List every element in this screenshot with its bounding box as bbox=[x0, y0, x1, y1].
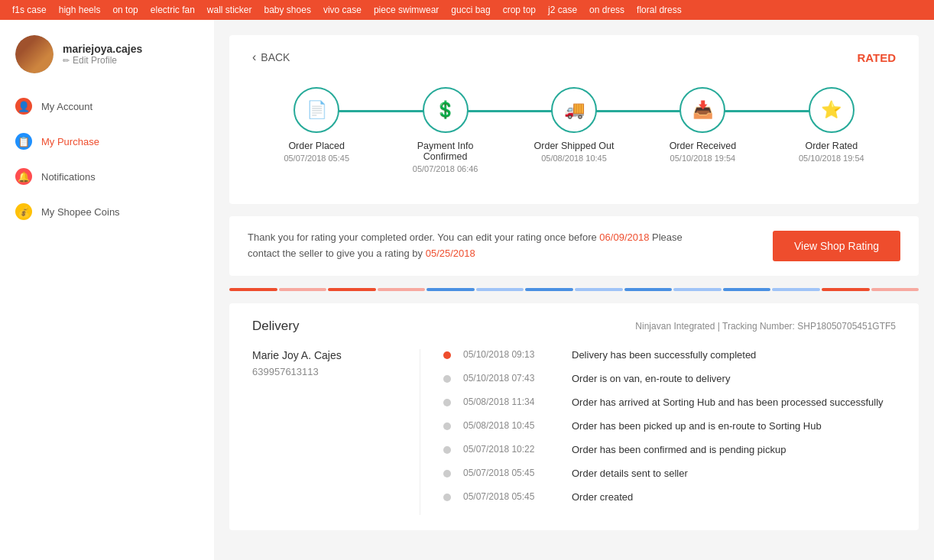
timeline-time-6: 05/07/2018 05:45 bbox=[463, 491, 563, 503]
back-arrow-icon: ‹ bbox=[252, 50, 256, 64]
color-tab-7 bbox=[575, 288, 623, 291]
step-label-order-shipped: Order Shipped Out bbox=[534, 141, 615, 151]
timeline-item-1: 05/10/2018 07:43Order is on van, en-rout… bbox=[443, 373, 896, 384]
step-label-order-placed: Order Placed bbox=[288, 141, 345, 151]
step-icon-order-shipped: 🚚 bbox=[551, 87, 597, 133]
color-tab-8 bbox=[624, 288, 673, 291]
view-shop-rating-button[interactable]: View Shop Rating bbox=[773, 231, 900, 261]
pencil-icon: ✏ bbox=[63, 56, 70, 66]
color-tab-6 bbox=[525, 288, 573, 291]
sidebar-item-my-account[interactable]: 👤My Account bbox=[0, 89, 214, 124]
topbar-item[interactable]: vivo case bbox=[323, 5, 362, 15]
color-tab-9 bbox=[673, 288, 722, 291]
step-date-payment-confirmed: 05/07/2018 06:46 bbox=[413, 164, 478, 173]
color-tab-2 bbox=[328, 288, 376, 291]
timeline-meta-4: 05/07/2018 10:22Order has been confirmed… bbox=[463, 444, 786, 455]
sidebar: mariejoya.cajes ✏ Edit Profile 👤My Accou… bbox=[0, 20, 214, 560]
timeline-dot-2 bbox=[443, 399, 451, 406]
topbar-item[interactable]: wall sticker bbox=[207, 5, 252, 15]
rating-date1: 06/09/2018 bbox=[599, 231, 649, 243]
rating-notice: Thank you for rating your completed orde… bbox=[229, 216, 919, 276]
timeline-time-0: 05/10/2018 09:13 bbox=[463, 349, 563, 361]
step-icon-order-rated: ⭐ bbox=[809, 87, 855, 133]
timeline-event-3: Order has been picked up and is en-route… bbox=[572, 420, 822, 432]
step-label-payment-confirmed: Payment Info Confirmed bbox=[417, 141, 474, 162]
topbar-item[interactable]: f1s case bbox=[12, 5, 47, 15]
topbar-item[interactable]: on dress bbox=[589, 5, 624, 15]
step-order-rated: ⭐Order Rated05/10/2018 19:54 bbox=[767, 87, 896, 163]
timeline-dot-5 bbox=[443, 470, 451, 477]
timeline-time-2: 05/08/2018 11:34 bbox=[463, 397, 563, 408]
timeline-event-1: Order is on van, en-route to delivery bbox=[572, 373, 730, 384]
topbar-item[interactable]: gucci bag bbox=[451, 5, 490, 15]
edit-profile-btn[interactable]: ✏ Edit Profile bbox=[63, 55, 142, 66]
timeline-meta-6: 05/07/2018 05:45Order created bbox=[463, 491, 633, 503]
timeline-item-3: 05/08/2018 10:45Order has been picked up… bbox=[443, 420, 896, 432]
sidebar-item-my-purchase[interactable]: 📋My Purchase bbox=[0, 124, 214, 159]
topbar-item[interactable]: piece swimwear bbox=[374, 5, 439, 15]
color-tab-13 bbox=[871, 288, 919, 291]
topbar-item[interactable]: j2 case bbox=[548, 5, 577, 15]
back-button[interactable]: ‹ BACK bbox=[252, 50, 290, 64]
topbar-item[interactable]: floral dress bbox=[637, 5, 682, 15]
recipient-name: Marie Joy A. Cajes bbox=[252, 349, 401, 361]
timeline-dot-6 bbox=[443, 494, 451, 501]
timeline-meta-0: 05/10/2018 09:13Delivery has been succes… bbox=[463, 349, 756, 361]
sidebar-item-label-notifications: Notifications bbox=[41, 171, 96, 183]
sidebar-item-label-my-purchase: My Purchase bbox=[41, 136, 99, 147]
color-tab-12 bbox=[822, 288, 870, 291]
step-icon-payment-confirmed: 💲 bbox=[423, 87, 469, 133]
step-label-order-received: Order Received bbox=[670, 141, 737, 151]
color-tab-11 bbox=[772, 288, 820, 291]
color-tab-4 bbox=[426, 288, 475, 291]
rating-text1: Thank you for rating your completed orde… bbox=[248, 231, 599, 243]
step-payment-confirmed: 💲Payment Info Confirmed05/07/2018 06:46 bbox=[381, 87, 509, 173]
timeline-time-3: 05/08/2018 10:45 bbox=[463, 420, 563, 432]
delivery-section: Delivery Ninjavan Integrated | Tracking … bbox=[229, 303, 919, 530]
avatar bbox=[15, 35, 54, 73]
timeline-event-2: Order has arrived at Sorting Hub and has… bbox=[572, 397, 884, 408]
step-order-received: 📥Order Received05/10/2018 19:54 bbox=[638, 87, 767, 163]
step-date-order-shipped: 05/08/2018 10:45 bbox=[541, 154, 607, 163]
rating-date2: 05/25/2018 bbox=[426, 248, 475, 259]
my-account-icon: 👤 bbox=[15, 98, 32, 115]
top-bar: f1s casehigh heelson topelectric fanwall… bbox=[0, 0, 934, 20]
sidebar-item-notifications[interactable]: 🔔Notifications bbox=[0, 159, 214, 194]
topbar-item[interactable]: crop top bbox=[503, 5, 536, 15]
step-date-order-rated: 05/10/2018 19:54 bbox=[799, 154, 864, 163]
timeline-item-6: 05/07/2018 05:45Order created bbox=[443, 491, 896, 503]
topbar-item[interactable]: high heels bbox=[59, 5, 101, 15]
step-date-order-received: 05/10/2018 19:54 bbox=[670, 154, 736, 163]
sidebar-item-label-my-shopee-coins: My Shopee Coins bbox=[41, 206, 120, 218]
step-date-order-placed: 05/07/2018 05:45 bbox=[284, 154, 349, 163]
notifications-icon: 🔔 bbox=[15, 168, 32, 185]
timeline-item-4: 05/07/2018 10:22Order has been confirmed… bbox=[443, 444, 896, 455]
step-order-shipped: 🚚Order Shipped Out05/08/2018 10:45 bbox=[510, 87, 638, 163]
rated-badge: RATED bbox=[857, 51, 896, 64]
timeline-dot-1 bbox=[443, 375, 451, 383]
timeline-dot-4 bbox=[443, 446, 451, 454]
color-tab-1 bbox=[279, 288, 327, 291]
step-icon-order-received: 📥 bbox=[679, 87, 725, 133]
sidebar-item-label-my-account: My Account bbox=[41, 101, 92, 112]
sidebar-item-my-shopee-coins[interactable]: 💰My Shopee Coins bbox=[0, 194, 214, 229]
timeline-event-6: Order created bbox=[572, 491, 633, 503]
timeline-item-2: 05/08/2018 11:34Order has arrived at Sor… bbox=[443, 397, 896, 408]
topbar-item[interactable]: electric fan bbox=[151, 5, 195, 15]
color-tab-10 bbox=[723, 288, 771, 291]
timeline-item-0: 05/10/2018 09:13Delivery has been succes… bbox=[443, 349, 896, 361]
my-shopee-coins-icon: 💰 bbox=[15, 203, 32, 220]
topbar-item[interactable]: baby shoes bbox=[264, 5, 311, 15]
color-tab-3 bbox=[378, 288, 426, 291]
timeline-meta-1: 05/10/2018 07:43Order is on van, en-rout… bbox=[463, 373, 730, 384]
tracking-info: Ninjavan Integrated | Tracking Number: S… bbox=[635, 321, 896, 332]
timeline-meta-2: 05/08/2018 11:34Order has arrived at Sor… bbox=[463, 397, 884, 408]
color-tabs bbox=[229, 288, 919, 291]
timeline-time-1: 05/10/2018 07:43 bbox=[463, 373, 563, 384]
recipient-phone: 639957613113 bbox=[252, 366, 401, 377]
step-label-order-rated: Order Rated bbox=[805, 141, 858, 151]
topbar-item[interactable]: on top bbox=[112, 5, 138, 15]
back-label: BACK bbox=[261, 51, 290, 63]
timeline-event-0: Delivery has been successfully completed bbox=[572, 349, 756, 361]
timeline-item-5: 05/07/2018 05:45Order details sent to se… bbox=[443, 468, 896, 479]
